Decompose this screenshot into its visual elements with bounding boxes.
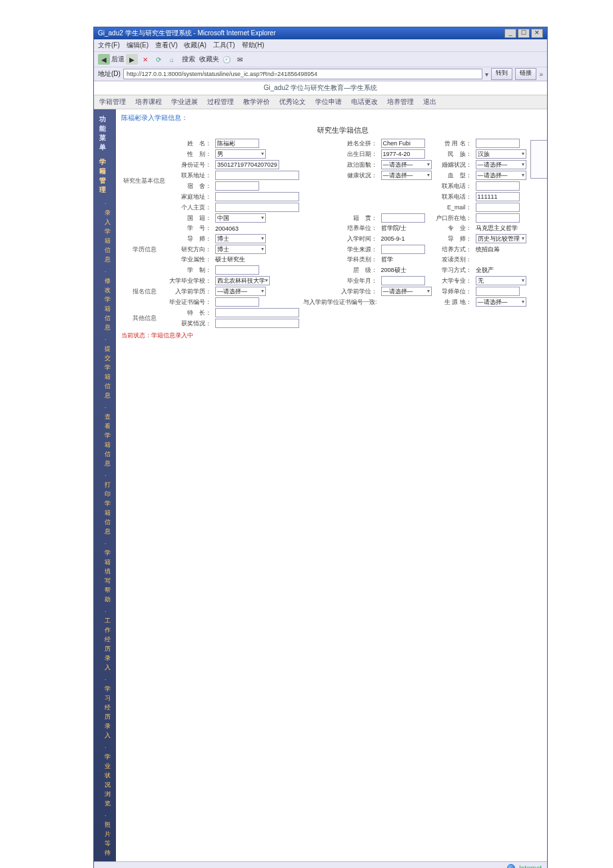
form-title: 研究生学籍信息 <box>121 125 548 135</box>
nav-tab[interactable]: 学业进展 <box>171 97 198 107</box>
field-select[interactable]: —请选择— <box>381 287 432 296</box>
nav-tab[interactable]: 学籍管理 <box>99 97 126 107</box>
field-label: 出生日期： <box>301 149 379 159</box>
sidebar-item[interactable]: · 打印学籍信息 <box>94 469 116 537</box>
history-icon[interactable]: 🕘 <box>221 54 233 65</box>
menu-item[interactable]: 帮助(H) <box>242 41 265 50</box>
refresh-icon[interactable]: ⟳ <box>153 54 165 65</box>
sidebar-item[interactable]: · 查看学籍信息 <box>94 401 116 469</box>
field-input[interactable] <box>215 308 299 317</box>
field-label: 生 源 地： <box>434 297 474 307</box>
field-label: 个人主页： <box>167 202 213 213</box>
menu-item[interactable]: 工具(T) <box>213 41 235 50</box>
stop-icon[interactable]: ✕ <box>139 54 151 65</box>
field-input[interactable]: 1977-4-20 <box>381 149 425 159</box>
field-select[interactable]: —请选择— <box>215 287 266 296</box>
window-title: Gi_adu2 学生与研究生管理系统 - Microsoft Internet … <box>98 29 276 38</box>
field-select[interactable]: —请选择— <box>476 160 526 169</box>
nav-tab[interactable]: 过程管理 <box>207 97 234 107</box>
field-input[interactable]: 350127197704207029 <box>215 160 279 169</box>
sidebar-item[interactable]: · 照片等待 <box>94 809 116 859</box>
nav-tab[interactable]: 培养课程 <box>135 97 162 107</box>
field-select[interactable]: —请选择— <box>476 297 526 307</box>
field-input[interactable] <box>476 139 520 148</box>
field-input[interactable] <box>476 181 520 191</box>
field-select[interactable]: —请选择— <box>476 171 526 180</box>
field-value: 2004063 <box>215 225 239 232</box>
field-input[interactable] <box>215 297 259 307</box>
menu-item[interactable]: 查看(V) <box>155 41 177 50</box>
field-input[interactable] <box>215 203 299 212</box>
field-select[interactable]: 西北农林科技大学 <box>215 276 270 285</box>
sidebar-item[interactable]: · 学习经历录入 <box>94 673 116 741</box>
close-icon[interactable]: ✕ <box>531 29 543 38</box>
field-value: 哲学 <box>381 256 393 263</box>
dropdown-icon[interactable]: ▾ <box>485 71 488 78</box>
back-icon[interactable]: ◀ <box>98 54 110 65</box>
field-select[interactable]: —请选择— <box>381 171 432 180</box>
field-input[interactable] <box>215 192 299 201</box>
field-input[interactable]: Chen Fubi <box>381 139 425 148</box>
field-select[interactable]: 历史与比较管理 <box>476 234 526 243</box>
field-input[interactable] <box>476 213 520 223</box>
favorites-label[interactable]: 收藏夹 <box>199 55 219 64</box>
field-label: 研究方向： <box>167 244 213 255</box>
links-button[interactable]: 链接 <box>515 68 536 80</box>
field-value: 2008硕士 <box>381 267 406 273</box>
field-select[interactable]: 博士 <box>215 245 266 254</box>
field-select[interactable]: 博士 <box>215 234 266 243</box>
field-select[interactable]: 中国 <box>215 213 266 223</box>
home-icon[interactable]: ⌂ <box>166 54 178 65</box>
sidebar-group: 学籍管理 <box>94 155 116 197</box>
section-label: 报名信息 <box>121 275 167 307</box>
field-label: 家庭地址： <box>167 191 213 202</box>
nav-tab[interactable]: 退出 <box>423 97 436 107</box>
field-input[interactable] <box>381 213 425 223</box>
nav-tab[interactable]: 电话更改 <box>351 97 378 107</box>
sidebar-item[interactable]: · 录入学籍信息 <box>94 197 116 265</box>
nav-tab[interactable]: 教学评价 <box>243 97 270 107</box>
menu-bar: 文件(F)编辑(E)查看(V)收藏(A)工具(T)帮助(H) <box>94 39 547 52</box>
sidebar-item[interactable]: · 提交学籍信息 <box>94 333 116 401</box>
field-label: 性 别： <box>167 149 213 159</box>
field-input[interactable] <box>381 276 425 285</box>
field-label: 攻读类别： <box>434 255 474 265</box>
field-select[interactable]: —请选择— <box>381 160 432 169</box>
address-input[interactable]: http://127.0.0.1:8000/system/statusline/… <box>123 69 483 79</box>
field-input[interactable] <box>215 265 259 275</box>
sidebar-item[interactable]: · 学籍填写帮助 <box>94 537 116 605</box>
forward-icon[interactable]: ▶ <box>126 54 138 65</box>
menu-item[interactable]: 收藏(A) <box>184 41 206 50</box>
mail-icon[interactable]: ✉ <box>234 54 246 65</box>
field-label: 联系电话： <box>434 191 474 202</box>
field-label: 学 制： <box>167 265 213 275</box>
field-input[interactable] <box>215 171 299 180</box>
menu-item[interactable]: 编辑(E) <box>127 41 149 50</box>
sidebar-item[interactable]: · 学业状况浏览 <box>94 741 116 809</box>
field-label: 学科类别： <box>301 255 379 265</box>
field-label: 获奖情况： <box>167 318 213 329</box>
nav-tab[interactable]: 培养管理 <box>387 97 414 107</box>
back-label[interactable]: 后退 <box>111 55 125 64</box>
field-input[interactable] <box>476 203 520 212</box>
minimize-icon[interactable]: _ <box>504 29 516 38</box>
field-select[interactable]: 男 <box>215 149 266 159</box>
go-button[interactable]: 转到 <box>491 68 512 80</box>
field-input[interactable]: 111111 <box>476 192 520 201</box>
field-input[interactable] <box>215 181 259 191</box>
sidebar-item[interactable]: · 工作经历录入 <box>94 605 116 673</box>
field-label: 导师单位： <box>434 286 474 297</box>
maximize-icon[interactable]: ☐ <box>518 29 530 38</box>
field-select[interactable]: 汉族 <box>476 149 526 159</box>
field-select[interactable]: 无 <box>476 276 526 285</box>
search-label[interactable]: 搜索 <box>182 55 195 64</box>
menu-item[interactable]: 文件(F) <box>98 41 120 50</box>
field-input[interactable] <box>476 287 520 296</box>
field-input[interactable] <box>381 245 425 254</box>
nav-tab[interactable]: 学位申请 <box>315 97 342 107</box>
field-value: 2005-9-1 <box>381 235 405 242</box>
nav-tab[interactable]: 优秀论文 <box>279 97 306 107</box>
sidebar-item[interactable]: · 修改学籍信息 <box>94 265 116 333</box>
field-input[interactable] <box>215 319 299 328</box>
field-input[interactable]: 陈福彬 <box>215 139 259 148</box>
